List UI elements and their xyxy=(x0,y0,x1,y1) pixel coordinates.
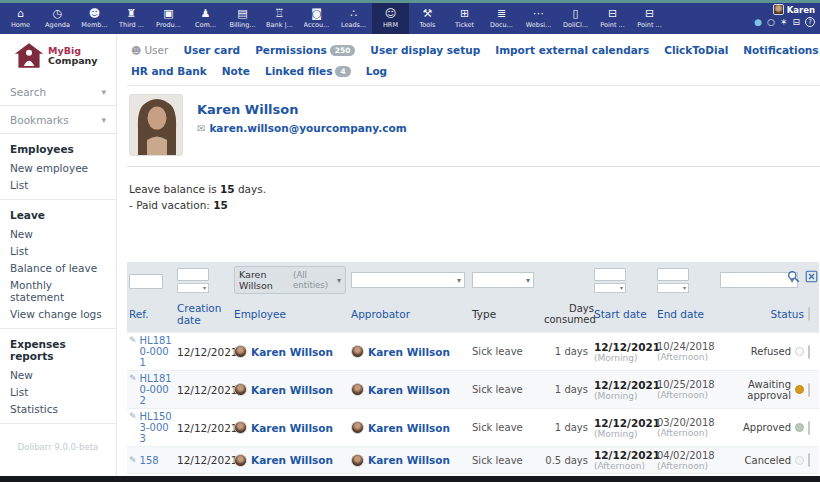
sidebar-bookmarks-label: Bookmarks xyxy=(10,114,69,126)
navbar-quick-icon[interactable]: ● xyxy=(754,17,762,27)
navbar-item[interactable]: ♖ Bank |... xyxy=(261,3,298,34)
navbar-item-label: Point ... xyxy=(637,21,661,29)
navbar-item[interactable]: ⋯ Websi... xyxy=(520,3,557,34)
leave-ref: 158 xyxy=(140,455,159,466)
navbar-item[interactable]: ⊟ Point ... xyxy=(594,3,631,34)
end-date-filter-select[interactable]: ▾ xyxy=(657,283,689,293)
leave-ref-link[interactable]: ✎ 158 xyxy=(129,455,177,466)
approbator-link[interactable]: Karen Willson xyxy=(351,454,472,467)
column-header[interactable]: Type xyxy=(472,308,544,320)
navbar-item-icon: ▣ xyxy=(163,8,173,20)
creation-date-filter-select[interactable]: ▾ xyxy=(177,283,209,293)
approbator-link[interactable]: Karen Willson xyxy=(351,421,472,434)
employee-link[interactable]: Karen Willson xyxy=(234,421,351,434)
ref-filter-input[interactable] xyxy=(129,274,163,289)
search-icon[interactable] xyxy=(787,270,800,283)
object-context-label: User xyxy=(144,44,168,56)
approbator-avatar xyxy=(351,454,364,467)
navbar-item[interactable]: ∴ Leads... xyxy=(335,3,372,34)
tab[interactable]: Notifications xyxy=(743,44,818,56)
sidebar-item[interactable]: Monthly statement xyxy=(0,276,116,305)
column-header[interactable]: Ref. xyxy=(129,308,177,320)
column-header[interactable]: End date xyxy=(657,308,720,320)
navbar-item[interactable]: ◙ Accou... xyxy=(298,3,335,34)
sidebar-item[interactable]: New xyxy=(0,366,116,383)
navbar-quick-icon[interactable]: ✶ xyxy=(780,17,788,27)
navbar-item[interactable]: ⊞ Ticket xyxy=(446,3,483,34)
leave-ref-link[interactable]: ✎ HL1810-0002 xyxy=(129,373,177,406)
user-email-link[interactable]: karen.willson@yourcompany.com xyxy=(209,122,406,134)
navbar-item-label: Memb... xyxy=(81,21,107,29)
navbar-item[interactable]: ⊟ Point ... xyxy=(631,3,668,34)
navbar-item[interactable]: ☻ Memb... xyxy=(76,3,113,34)
column-header[interactable]: Creation date xyxy=(177,302,234,326)
chevron-down-icon: ▾ xyxy=(620,284,623,291)
navbar-item[interactable]: ⌂ Home xyxy=(2,3,39,34)
row-checkbox[interactable] xyxy=(808,383,810,397)
navbar-item[interactable]: ⚒ Tools xyxy=(409,3,446,34)
employee-filter-select[interactable]: Karen Willson (All entities) ▾ xyxy=(234,266,346,294)
row-checkbox[interactable] xyxy=(808,421,810,435)
column-header[interactable]: Start date xyxy=(594,308,657,320)
navbar-item[interactable]: ☺ HRM xyxy=(372,3,409,34)
approbator-link[interactable]: Karen Willson xyxy=(351,383,472,396)
sidebar-item[interactable]: List xyxy=(0,383,116,400)
employee-link[interactable]: Karen Willson xyxy=(234,454,351,467)
tab[interactable]: Permissions 250 xyxy=(255,44,355,56)
user-icon: ☻ xyxy=(131,45,141,56)
approbator-filter-select[interactable]: ▾ xyxy=(351,272,465,288)
tab[interactable]: Import external calendars xyxy=(495,44,649,56)
leave-ref-link[interactable]: ✎ HL1503-0003 xyxy=(129,411,177,444)
tab[interactable]: Log xyxy=(366,65,387,77)
sidebar-item[interactable]: Balance of leave xyxy=(0,259,116,276)
sidebar-item[interactable]: View change logs xyxy=(0,305,116,322)
row-checkbox[interactable] xyxy=(808,453,810,467)
navbar-item-label: Websi... xyxy=(526,21,552,29)
navbar-quick-icon[interactable]: ⊟ xyxy=(792,17,800,27)
navbar-item[interactable]: ▯ DoliCl... xyxy=(557,3,594,34)
column-header[interactable]: Employee xyxy=(234,308,351,320)
sidebar-bookmarks-dropdown[interactable]: Bookmarks ▾ xyxy=(0,106,116,134)
approbator-name: Karen Willson xyxy=(368,454,450,466)
sidebar-search-dropdown[interactable]: Search ▾ xyxy=(0,78,116,106)
navbar-item[interactable]: ▤ Billing... xyxy=(224,3,261,34)
navbar-item-label: Docu... xyxy=(490,21,513,29)
sidebar-item[interactable]: Statistics xyxy=(0,400,116,417)
navbar-item[interactable]: ♟ Com... xyxy=(187,3,224,34)
row-checkbox[interactable] xyxy=(808,345,810,359)
days-consumed-cell: 0.5 days xyxy=(544,455,594,466)
start-date-filter-input[interactable] xyxy=(594,268,626,281)
navbar-item[interactable]: ≣ Docu... xyxy=(483,3,520,34)
navbar-quick-icon[interactable]: ○ xyxy=(767,17,775,27)
navbar-user-chip[interactable]: Karen xyxy=(773,4,815,15)
sidebar-item[interactable]: List xyxy=(0,242,116,259)
column-header[interactable]: Days consumed xyxy=(544,303,594,325)
navbar-item[interactable]: ◷ Agenda xyxy=(39,3,76,34)
leave-ref-link[interactable]: ✎ HL1810-0001 xyxy=(129,335,177,368)
start-date-filter-select[interactable]: ▾ xyxy=(594,283,626,293)
tab[interactable]: ClickToDial xyxy=(664,44,728,56)
clear-filters-icon[interactable] xyxy=(805,270,818,283)
sidebar-item[interactable]: New xyxy=(0,225,116,242)
tab[interactable]: User display setup xyxy=(370,44,480,56)
creation-date-filter-input[interactable] xyxy=(177,268,209,281)
approbator-link[interactable]: Karen Willson xyxy=(351,345,472,358)
employee-link[interactable]: Karen Willson xyxy=(234,345,351,358)
navbar-item[interactable]: ♜ Third ... xyxy=(113,3,150,34)
employee-link[interactable]: Karen Willson xyxy=(234,383,351,396)
tab[interactable]: HR and Bank xyxy=(131,65,207,77)
sidebar-item[interactable]: List xyxy=(0,176,116,193)
sidebar-item[interactable]: New employee xyxy=(0,159,116,176)
column-header[interactable]: Status xyxy=(720,308,804,320)
type-filter-select[interactable]: ▾ xyxy=(472,272,534,288)
company-logo[interactable]: MyBig Company xyxy=(0,34,116,78)
start-period: (Morning) xyxy=(594,429,657,439)
tab[interactable]: Linked files 4 xyxy=(265,65,351,77)
column-header[interactable]: Approbator xyxy=(351,308,472,320)
select-all-checkbox[interactable] xyxy=(808,307,810,321)
navbar-quick-icon[interactable]: ? xyxy=(805,17,815,27)
end-date-filter-input[interactable] xyxy=(657,268,689,281)
navbar-item[interactable]: ▣ Produ... xyxy=(150,3,187,34)
tab[interactable]: User card xyxy=(183,44,240,56)
tab[interactable]: Note xyxy=(222,65,250,77)
